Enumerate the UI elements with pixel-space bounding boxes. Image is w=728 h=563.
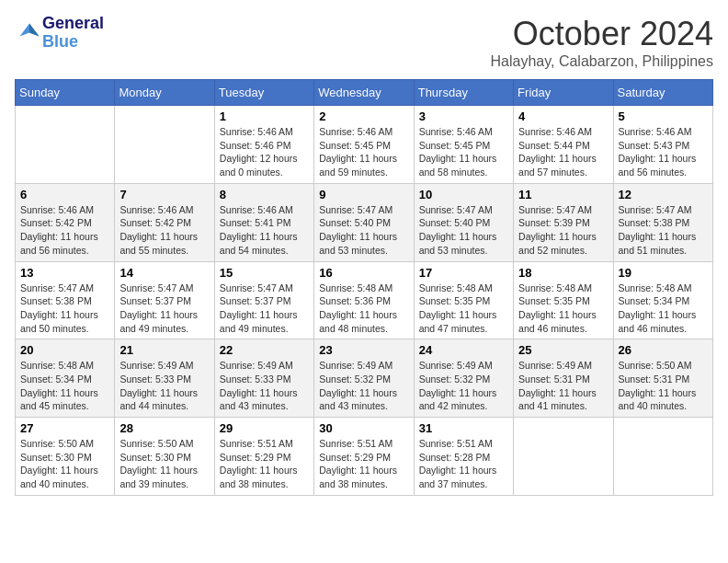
day-info: Sunrise: 5:47 AMSunset: 5:40 PMDaylight:…	[319, 203, 408, 258]
day-number: 14	[119, 266, 209, 280]
calendar-cell: 14Sunrise: 5:47 AMSunset: 5:37 PMDayligh…	[115, 261, 214, 339]
calendar-cell: 2Sunrise: 5:46 AMSunset: 5:45 PMDaylight…	[314, 106, 414, 184]
calendar-cell	[613, 418, 712, 496]
svg-marker-1	[29, 23, 40, 36]
calendar-cell: 22Sunrise: 5:49 AMSunset: 5:33 PMDayligh…	[214, 339, 313, 418]
day-number: 5	[619, 109, 708, 123]
day-info: Sunrise: 5:49 AMSunset: 5:31 PMDaylight:…	[518, 359, 608, 413]
day-number: 22	[220, 343, 309, 357]
day-number: 1	[220, 109, 309, 123]
calendar-week-row: 1Sunrise: 5:46 AMSunset: 5:46 PMDaylight…	[16, 106, 713, 184]
day-number: 29	[220, 421, 309, 435]
day-header-saturday: Saturday	[613, 80, 712, 106]
day-number: 25	[518, 343, 608, 357]
calendar-cell: 6Sunrise: 5:46 AMSunset: 5:42 PMDaylight…	[16, 183, 115, 261]
day-number: 6	[20, 188, 109, 201]
day-header-sunday: Sunday	[16, 80, 115, 106]
logo-text: General Blue	[42, 15, 104, 52]
calendar-cell: 28Sunrise: 5:50 AMSunset: 5:30 PMDayligh…	[115, 418, 214, 496]
day-number: 16	[319, 266, 408, 280]
calendar-cell	[115, 106, 214, 184]
calendar-cell: 13Sunrise: 5:47 AMSunset: 5:38 PMDayligh…	[16, 261, 115, 339]
day-info: Sunrise: 5:46 AMSunset: 5:45 PMDaylight:…	[319, 125, 408, 179]
calendar-cell: 27Sunrise: 5:50 AMSunset: 5:30 PMDayligh…	[16, 418, 115, 496]
day-info: Sunrise: 5:46 AMSunset: 5:44 PMDaylight:…	[518, 125, 608, 179]
day-number: 11	[518, 188, 608, 201]
calendar-cell: 10Sunrise: 5:47 AMSunset: 5:40 PMDayligh…	[414, 183, 513, 261]
page-header: General Blue October 2024 Halayhay, Cala…	[15, 15, 713, 70]
calendar-table: SundayMondayTuesdayWednesdayThursdayFrid…	[15, 79, 713, 496]
calendar-cell: 11Sunrise: 5:47 AMSunset: 5:39 PMDayligh…	[514, 183, 613, 261]
day-header-wednesday: Wednesday	[314, 80, 414, 106]
logo-icon	[17, 18, 42, 44]
day-info: Sunrise: 5:47 AMSunset: 5:37 PMDaylight:…	[220, 282, 309, 336]
day-header-thursday: Thursday	[414, 80, 513, 106]
day-number: 12	[619, 188, 708, 201]
day-info: Sunrise: 5:46 AMSunset: 5:45 PMDaylight:…	[419, 125, 508, 179]
calendar-cell: 1Sunrise: 5:46 AMSunset: 5:46 PMDaylight…	[214, 106, 313, 184]
calendar-cell: 25Sunrise: 5:49 AMSunset: 5:31 PMDayligh…	[514, 339, 613, 418]
day-info: Sunrise: 5:48 AMSunset: 5:34 PMDaylight:…	[619, 282, 708, 336]
calendar-cell: 15Sunrise: 5:47 AMSunset: 5:37 PMDayligh…	[214, 261, 313, 339]
day-info: Sunrise: 5:48 AMSunset: 5:36 PMDaylight:…	[319, 282, 408, 336]
day-number: 8	[220, 188, 309, 201]
day-info: Sunrise: 5:51 AMSunset: 5:29 PMDaylight:…	[319, 437, 408, 491]
day-info: Sunrise: 5:48 AMSunset: 5:35 PMDaylight:…	[518, 282, 608, 336]
day-number: 31	[419, 421, 508, 435]
calendar-cell: 21Sunrise: 5:49 AMSunset: 5:33 PMDayligh…	[115, 339, 214, 418]
logo: General Blue	[15, 15, 104, 52]
calendar-cell: 9Sunrise: 5:47 AMSunset: 5:40 PMDaylight…	[314, 183, 414, 261]
day-info: Sunrise: 5:46 AMSunset: 5:46 PMDaylight:…	[220, 125, 309, 179]
day-info: Sunrise: 5:51 AMSunset: 5:29 PMDaylight:…	[220, 437, 309, 491]
day-info: Sunrise: 5:46 AMSunset: 5:42 PMDaylight:…	[119, 203, 209, 258]
calendar-cell: 26Sunrise: 5:50 AMSunset: 5:31 PMDayligh…	[613, 339, 712, 418]
day-info: Sunrise: 5:50 AMSunset: 5:30 PMDaylight:…	[119, 437, 209, 491]
day-info: Sunrise: 5:48 AMSunset: 5:35 PMDaylight:…	[419, 282, 508, 336]
calendar-cell: 18Sunrise: 5:48 AMSunset: 5:35 PMDayligh…	[514, 261, 613, 339]
day-header-tuesday: Tuesday	[214, 80, 313, 106]
day-info: Sunrise: 5:49 AMSunset: 5:32 PMDaylight:…	[419, 359, 508, 413]
calendar-cell: 20Sunrise: 5:48 AMSunset: 5:34 PMDayligh…	[16, 339, 115, 418]
day-number: 20	[20, 343, 109, 357]
calendar-cell: 31Sunrise: 5:51 AMSunset: 5:28 PMDayligh…	[414, 418, 513, 496]
location: Halayhay, Calabarzon, Philippines	[490, 53, 713, 70]
day-number: 4	[518, 109, 608, 123]
day-info: Sunrise: 5:46 AMSunset: 5:43 PMDaylight:…	[619, 125, 708, 179]
day-number: 3	[419, 109, 508, 123]
calendar-body: 1Sunrise: 5:46 AMSunset: 5:46 PMDaylight…	[16, 106, 713, 496]
day-number: 23	[319, 343, 408, 357]
day-info: Sunrise: 5:47 AMSunset: 5:40 PMDaylight:…	[419, 203, 508, 258]
day-number: 7	[119, 188, 209, 201]
day-info: Sunrise: 5:51 AMSunset: 5:28 PMDaylight:…	[419, 437, 508, 491]
day-info: Sunrise: 5:46 AMSunset: 5:41 PMDaylight:…	[220, 203, 309, 258]
day-number: 24	[419, 343, 508, 357]
calendar-cell: 8Sunrise: 5:46 AMSunset: 5:41 PMDaylight…	[214, 183, 313, 261]
day-number: 10	[419, 188, 508, 201]
calendar-week-row: 6Sunrise: 5:46 AMSunset: 5:42 PMDaylight…	[16, 183, 713, 261]
calendar-cell	[514, 418, 613, 496]
day-info: Sunrise: 5:49 AMSunset: 5:32 PMDaylight:…	[319, 359, 408, 413]
day-number: 9	[319, 188, 408, 201]
day-header-friday: Friday	[514, 80, 613, 106]
day-info: Sunrise: 5:49 AMSunset: 5:33 PMDaylight:…	[220, 359, 309, 413]
day-info: Sunrise: 5:47 AMSunset: 5:39 PMDaylight:…	[518, 203, 608, 258]
calendar-week-row: 13Sunrise: 5:47 AMSunset: 5:38 PMDayligh…	[16, 261, 713, 339]
day-number: 21	[119, 343, 209, 357]
calendar-cell: 19Sunrise: 5:48 AMSunset: 5:34 PMDayligh…	[613, 261, 712, 339]
month-title: October 2024	[490, 15, 713, 53]
day-number: 15	[220, 266, 309, 280]
calendar-cell: 17Sunrise: 5:48 AMSunset: 5:35 PMDayligh…	[414, 261, 513, 339]
calendar-cell: 12Sunrise: 5:47 AMSunset: 5:38 PMDayligh…	[613, 183, 712, 261]
calendar-header-row: SundayMondayTuesdayWednesdayThursdayFrid…	[16, 80, 713, 106]
day-info: Sunrise: 5:47 AMSunset: 5:38 PMDaylight:…	[619, 203, 708, 258]
day-info: Sunrise: 5:50 AMSunset: 5:31 PMDaylight:…	[619, 359, 708, 413]
calendar-week-row: 20Sunrise: 5:48 AMSunset: 5:34 PMDayligh…	[16, 339, 713, 418]
day-header-monday: Monday	[115, 80, 214, 106]
day-number: 28	[119, 421, 209, 435]
calendar-cell: 4Sunrise: 5:46 AMSunset: 5:44 PMDaylight…	[514, 106, 613, 184]
calendar-cell	[16, 106, 115, 184]
calendar-cell: 29Sunrise: 5:51 AMSunset: 5:29 PMDayligh…	[214, 418, 313, 496]
day-number: 26	[619, 343, 708, 357]
day-number: 27	[20, 421, 109, 435]
calendar-cell: 5Sunrise: 5:46 AMSunset: 5:43 PMDaylight…	[613, 106, 712, 184]
